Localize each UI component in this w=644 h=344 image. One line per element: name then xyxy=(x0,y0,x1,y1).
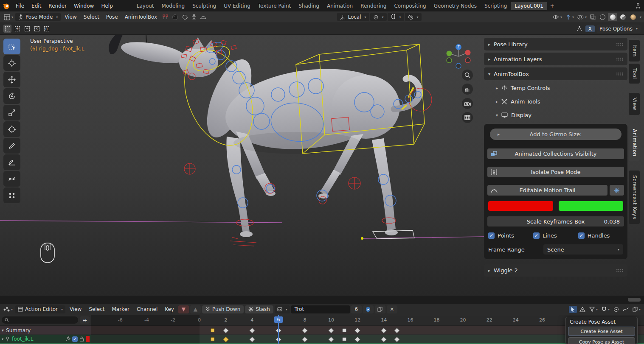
current-frame-badge[interactable]: 6 xyxy=(274,316,283,323)
new-action-button[interactable] xyxy=(375,305,385,313)
keyframe[interactable] xyxy=(249,336,255,342)
summary-keyframe-lane[interactable] xyxy=(0,326,644,334)
scale-tool[interactable] xyxy=(3,105,20,120)
menu-render[interactable]: Render xyxy=(45,2,70,10)
keyframe[interactable] xyxy=(249,327,255,333)
menu-key[interactable]: Key xyxy=(162,305,177,313)
snap-dropdown[interactable]: ▾ xyxy=(600,306,611,313)
action-name-field[interactable]: Trot xyxy=(291,305,350,313)
panel-grip[interactable] xyxy=(616,268,623,272)
menu-file[interactable]: File xyxy=(12,2,28,10)
menu-channel[interactable]: Channel xyxy=(134,305,160,313)
workspace-tab-modeling[interactable]: Modeling xyxy=(158,2,189,10)
keyframe[interactable] xyxy=(354,327,360,333)
workspace-tab-rendering[interactable]: Rendering xyxy=(357,2,390,10)
push-down-button[interactable]: Push Down xyxy=(202,305,244,313)
keyframe[interactable] xyxy=(302,327,307,333)
keyframe[interactable] xyxy=(381,327,387,333)
keyframe[interactable] xyxy=(223,336,228,342)
tab-item[interactable]: Item xyxy=(629,40,640,62)
dope-sheet-body[interactable]: -6-4-202468101214161820222426 6 ↔ ▾ Summ… xyxy=(0,315,644,344)
select-mode-extend-icon[interactable]: + xyxy=(13,25,21,33)
select-mode-intersect-icon[interactable]: ∩ xyxy=(42,25,51,33)
layer-up-button[interactable]: ▲ xyxy=(190,305,201,313)
shading-rendered-button[interactable] xyxy=(628,13,638,21)
copy-pose-as-asset-button[interactable]: Copy Pose as Asset xyxy=(568,337,635,344)
select-mode-subtract-icon[interactable]: − xyxy=(23,25,31,33)
menu-select[interactable]: Select xyxy=(81,13,102,21)
search-input[interactable] xyxy=(11,317,75,323)
workspace-tab-scripting[interactable]: Scripting xyxy=(481,2,511,10)
unlock-icon[interactable] xyxy=(79,336,84,341)
shading-wireframe-button[interactable] xyxy=(598,13,607,21)
tab-screencast-keys[interactable]: Screencast Keys xyxy=(629,171,640,224)
workspace-tab-layout-001-active[interactable]: Layout.001 xyxy=(511,2,547,10)
foot-ik-channel[interactable]: ▾ foot_ik.L ✓ xyxy=(0,335,91,343)
menu-pose[interactable]: Pose xyxy=(103,13,121,21)
overlays-dropdown[interactable]: ▾ xyxy=(576,14,588,21)
workspace-tab-animation[interactable]: Animation xyxy=(323,2,357,10)
viewport[interactable]: Z User Perspective (6) rig_dog : foot_ik… xyxy=(0,35,644,296)
keyframe[interactable] xyxy=(211,328,215,333)
isolate-pose-mode-button[interactable]: Isolate Pose Mode xyxy=(487,167,624,177)
handles-checkbox[interactable]: ✓Handles xyxy=(578,232,623,239)
mirror-x-toggle[interactable]: X xyxy=(585,25,595,32)
mode-dropdown[interactable]: Pose Mode▾ xyxy=(15,13,61,21)
trail-color-before-swatch[interactable] xyxy=(488,201,553,211)
workspace-tab-uv-editing[interactable]: UV Editing xyxy=(220,2,254,10)
relax-pose-tool[interactable] xyxy=(3,187,20,203)
shading-dropdown[interactable]: ▾ xyxy=(640,15,641,19)
panel-anim-tools[interactable]: ▸ Anim Tools xyxy=(484,96,627,107)
select-mode-new-icon[interactable] xyxy=(3,25,11,33)
snapping-dropdown[interactable]: ▾ xyxy=(388,13,404,21)
frame-range-dropdown[interactable]: Scene▾ xyxy=(543,244,623,255)
channel-enable-checkbox[interactable]: ✓ xyxy=(72,336,78,342)
dome-arc-icon[interactable] xyxy=(199,13,208,21)
cursor-tool[interactable] xyxy=(3,55,20,71)
wrench-icon[interactable] xyxy=(65,336,70,341)
menu-select[interactable]: Select xyxy=(86,305,107,313)
pose-options-dropdown[interactable]: Pose Options▾ xyxy=(596,25,641,33)
panel-wiggle2[interactable]: ▸Wiggle 2 xyxy=(484,264,627,277)
keyframe[interactable] xyxy=(328,327,334,333)
select-box-tool[interactable] xyxy=(3,39,20,54)
menu-view[interactable]: View xyxy=(62,13,79,21)
pan-view-button[interactable] xyxy=(462,84,473,95)
keyframe[interactable] xyxy=(342,337,346,341)
panel-temp-controls[interactable]: ▸ Temp Controls xyxy=(484,82,627,94)
transform-orientation-dropdown[interactable]: Local▾ xyxy=(337,13,369,21)
tab-tool[interactable]: Tool xyxy=(629,64,640,84)
keyframe[interactable] xyxy=(394,327,400,333)
keyframe[interactable] xyxy=(342,328,346,333)
ortho-grid-button[interactable] xyxy=(462,112,473,123)
workspace-tab-layout[interactable]: Layout xyxy=(133,2,158,10)
keyframe[interactable] xyxy=(302,336,307,342)
orbit-loop-icon[interactable] xyxy=(180,13,189,21)
bone-group-color-tag[interactable] xyxy=(86,336,90,342)
menu-animtoolbox[interactable]: AnimToolBox xyxy=(122,13,160,21)
menu-view[interactable]: View xyxy=(67,305,84,313)
points-checkbox[interactable]: ✓Points xyxy=(488,232,533,239)
select-mode-invert-icon[interactable]: × xyxy=(33,25,41,33)
pose-breakdowner-tool[interactable] xyxy=(3,171,20,187)
summary-channel[interactable]: ▾ Summary xyxy=(0,326,91,334)
create-pose-asset-button[interactable]: Create Pose Asset xyxy=(568,327,635,336)
tab-animation[interactable]: Animation xyxy=(629,124,640,161)
zoom-view-button[interactable] xyxy=(462,70,473,81)
menu-edit[interactable]: Edit xyxy=(28,2,45,10)
panel-grip[interactable] xyxy=(616,42,623,46)
xray-toggle[interactable] xyxy=(589,14,597,21)
rotate-tool[interactable] xyxy=(3,88,20,104)
annotate-tool[interactable] xyxy=(3,138,20,154)
menu-marker[interactable]: Marker xyxy=(109,305,132,313)
figure-icon[interactable] xyxy=(190,13,198,21)
browse-action-button[interactable]: ▾ xyxy=(275,305,290,313)
puppet-icon[interactable] xyxy=(161,13,170,21)
action-editor-mode-dropdown[interactable]: Action Editor▾ xyxy=(15,305,65,313)
panel-grip[interactable] xyxy=(616,72,623,76)
overlay-pages-dropdown[interactable]: ▾ xyxy=(631,306,642,313)
scrollbar-thumb[interactable] xyxy=(628,298,641,302)
add-workspace-button[interactable]: + xyxy=(547,2,557,10)
keyframe[interactable] xyxy=(354,336,360,342)
pivot-point-dropdown[interactable]: ▾ xyxy=(370,13,387,21)
